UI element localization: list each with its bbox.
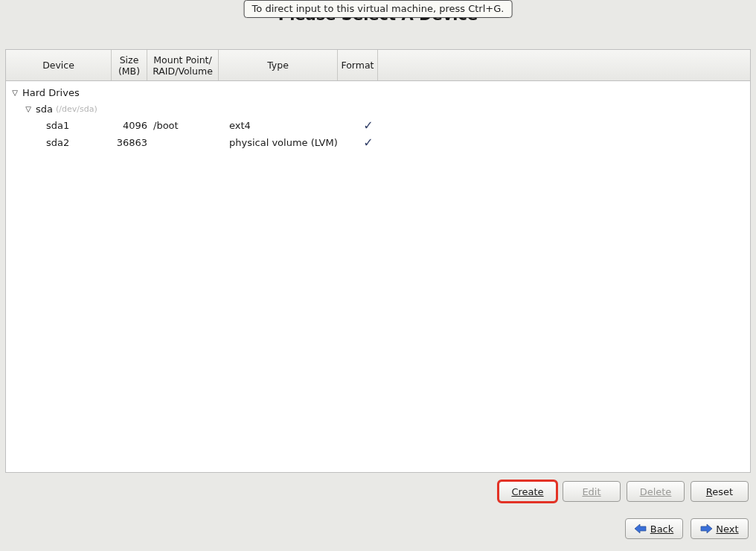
column-header-format[interactable]: Format [338,50,378,80]
column-header-size[interactable]: Size (MB) [112,50,147,80]
vm-input-hint: To direct input to this virtual machine,… [244,0,513,18]
tree-row-disk[interactable]: ▽ sda (/dev/sda) [6,101,750,117]
tree-root-label: Hard Drives [22,87,80,98]
column-header-type[interactable]: Type [219,50,338,80]
reset-button[interactable]: Reset [691,481,749,502]
svg-marker-0 [635,524,646,533]
table-row[interactable]: sda2 36863 physical volume (LVM) ✓ [6,134,750,151]
arrow-left-icon [635,523,647,534]
table-row[interactable]: sda1 4096 /boot ext4 ✓ [6,117,750,134]
back-button[interactable]: Back [625,518,683,539]
arrow-right-icon [700,523,712,534]
partition-name: sda2 [6,137,112,148]
next-button-label: Next [716,523,738,535]
column-header-mount[interactable]: Mount Point/ RAID/Volume [147,50,219,80]
nav-button-row: Back Next [5,514,751,544]
back-button-label: Back [650,523,674,535]
partition-type: physical volume (LVM) [225,137,348,148]
action-button-row: Create Edit Delete Reset [5,477,751,506]
svg-marker-1 [701,524,712,533]
next-button[interactable]: Next [691,518,749,539]
edit-button-label: Edit [582,486,600,497]
partition-type: ext4 [225,120,348,131]
tree-toggle-icon[interactable]: ▽ [24,105,33,113]
partition-size: 36863 [112,137,149,148]
delete-button: Delete [627,481,685,502]
create-button[interactable]: Create [499,481,557,502]
checkmark-icon: ✓ [363,137,373,149]
tree-disk-name: sda [36,103,53,115]
tree-row-root[interactable]: ▽ Hard Drives [6,84,750,101]
column-header-device[interactable]: Device [6,50,112,80]
column-header-spacer [378,50,750,80]
checkmark-icon: ✓ [363,120,373,132]
create-button-label: Create [511,486,543,497]
partition-format: ✓ [348,137,388,149]
edit-button: Edit [563,481,621,502]
partition-table: Device Size (MB) Mount Point/ RAID/Volum… [5,49,751,473]
partition-format: ✓ [348,120,388,132]
tree-disk-path: (/dev/sda) [56,104,97,114]
table-body: ▽ Hard Drives ▽ sda (/dev/sda) sda1 4096… [6,81,750,151]
partition-name: sda1 [6,120,112,131]
tree-toggle-icon[interactable]: ▽ [10,89,19,97]
table-header: Device Size (MB) Mount Point/ RAID/Volum… [6,50,750,81]
delete-button-label: Delete [640,486,672,497]
partition-size: 4096 [112,120,149,131]
partition-mount: /boot [149,120,225,131]
